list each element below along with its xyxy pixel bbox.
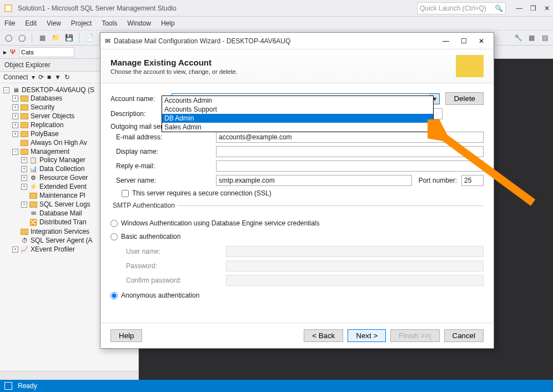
tree-item-dbmail[interactable]: Database Mail <box>39 209 82 217</box>
tree-item[interactable]: Policy Manager <box>39 156 86 164</box>
expand-icon[interactable]: + <box>21 166 27 172</box>
tree-item[interactable]: Replication <box>31 121 63 129</box>
tree-item[interactable]: SQL Server Logs <box>39 200 91 208</box>
tool-icon-2[interactable]: ▦ <box>526 33 536 43</box>
dialog-heading: Manage Existing Account <box>110 58 238 67</box>
maximize-button[interactable]: ❐ <box>530 4 536 12</box>
expand-icon[interactable]: + <box>12 113 18 119</box>
finish-button: Finish >>| <box>390 329 439 342</box>
expand-icon[interactable]: + <box>12 131 18 137</box>
dropdown-option[interactable]: Accounts Support <box>162 105 433 114</box>
reply-email-input[interactable] <box>216 160 484 172</box>
folder-icon <box>29 193 37 199</box>
dialog-maximize-button[interactable]: ☐ <box>456 35 471 47</box>
tree-item[interactable]: XEvent Profiler <box>31 245 75 253</box>
ssl-checkbox[interactable] <box>122 190 129 197</box>
dialog-close-button[interactable]: ✕ <box>474 35 489 47</box>
menu-window[interactable]: Window <box>127 19 151 27</box>
expand-icon[interactable]: + <box>12 96 18 102</box>
port-input[interactable]: 25 <box>461 175 484 186</box>
tool-icon-1[interactable]: 🔧 <box>513 33 523 43</box>
tree-item[interactable]: Data Collection <box>39 165 84 173</box>
menu-view[interactable]: View <box>47 19 61 27</box>
tree-item[interactable]: Always On High Av <box>31 139 87 147</box>
confirm-password-input <box>226 275 484 286</box>
window-title: Solution1 - Microsoft SQL Server Managem… <box>18 4 417 12</box>
expand-icon[interactable]: + <box>21 202 27 208</box>
next-button[interactable]: Next > <box>348 329 386 342</box>
password-label: Password: <box>126 262 193 270</box>
email-input[interactable]: accounts@example.com <box>216 132 484 143</box>
dropdown-option-selected[interactable]: DB Admin <box>162 114 433 123</box>
reply-label: Reply e-mail: <box>116 162 172 170</box>
expand-icon[interactable]: + <box>21 184 27 190</box>
display-name-input[interactable] <box>216 146 484 157</box>
connect-button[interactable]: Connect <box>3 73 28 81</box>
tree-item[interactable]: Resource Gover <box>39 174 88 182</box>
smtp-auth-fieldset: SMTP Authentication Windows Authenticati… <box>110 202 484 305</box>
nav-back-icon[interactable]: ◯ <box>3 33 13 43</box>
help-button[interactable]: Help <box>110 329 142 342</box>
minimize-button[interactable]: — <box>516 4 522 12</box>
smtp-auth-legend: SMTP Authentication <box>110 202 177 209</box>
agent-icon: ⏱ <box>21 237 28 244</box>
tree-item[interactable]: Databases <box>31 94 62 102</box>
close-button[interactable]: ✕ <box>544 4 550 12</box>
basic-auth-label: Basic authentication <box>121 233 180 240</box>
filter-icon[interactable]: ▸ <box>3 48 7 56</box>
expand-icon[interactable]: + <box>21 157 27 163</box>
expand-icon[interactable]: − <box>3 87 9 93</box>
delete-button[interactable]: Delete <box>445 92 484 105</box>
menu-project[interactable]: Project <box>71 19 92 27</box>
tree-item[interactable]: SQL Server Agent (A <box>31 237 93 244</box>
back-button[interactable]: < Back <box>304 329 343 342</box>
tree-item[interactable]: Server Objects <box>31 112 74 120</box>
save-icon[interactable]: 💾 <box>64 33 74 43</box>
new-query-icon[interactable]: ▦ <box>37 33 47 43</box>
dialog-subheading: Choose the account to view, change, or d… <box>110 68 238 75</box>
filter-tree-icon[interactable]: ▼ <box>54 73 61 81</box>
tree-item[interactable]: PolyBase <box>31 130 59 138</box>
dropdown-option[interactable]: Accounts Admin <box>162 96 433 105</box>
menu-file[interactable]: File <box>4 19 15 27</box>
tree-item-management[interactable]: Management <box>31 148 69 155</box>
tree-item[interactable]: Distributed Tran <box>39 218 87 226</box>
anonymous-auth-radio[interactable] <box>110 292 118 299</box>
filter-input[interactable] <box>19 47 74 57</box>
tool-icon-3[interactable]: ▤ <box>540 33 550 43</box>
mail-icon: ✉ <box>29 209 37 217</box>
windows-auth-radio[interactable] <box>110 220 118 227</box>
expand-icon[interactable]: + <box>21 175 27 181</box>
tree-item[interactable]: Security <box>31 103 54 111</box>
menu-edit[interactable]: Edit <box>25 19 37 27</box>
cancel-button[interactable]: Cancel <box>444 329 484 342</box>
anonymous-auth-label: Anonymous authentication <box>121 292 199 299</box>
tree-item[interactable]: Extended Event <box>39 183 87 190</box>
password-input <box>226 260 484 272</box>
horizontal-scrollbar[interactable] <box>0 371 138 380</box>
basic-auth-radio[interactable] <box>110 233 118 240</box>
expand-icon[interactable]: + <box>12 104 18 110</box>
nav-fwd-icon[interactable]: ◯ <box>17 33 27 43</box>
new-item-icon[interactable]: 📄 <box>84 33 94 43</box>
server-name-input[interactable]: smtp.example.com <box>216 175 412 186</box>
collapse-icon[interactable]: − <box>12 149 18 155</box>
dialog-minimize-button[interactable]: — <box>438 35 454 47</box>
menu-tools[interactable]: Tools <box>102 19 117 27</box>
server-icon: 🖥 <box>12 86 19 94</box>
refresh-icon[interactable]: ↻ <box>64 73 70 81</box>
dropdown-option[interactable]: Sales Admin <box>162 123 433 132</box>
filter2-icon[interactable]: Ψ <box>10 48 16 56</box>
quick-launch-input[interactable]: Quick Launch (Ctrl+Q) 🔍 <box>417 2 506 14</box>
username-label: User name: <box>126 248 193 255</box>
stop-icon[interactable]: ■ <box>47 73 51 81</box>
expand-icon[interactable]: + <box>12 122 18 128</box>
menu-help[interactable]: Help <box>161 19 175 27</box>
open-icon[interactable]: 📁 <box>51 33 61 43</box>
tree-item[interactable]: Integration Services <box>31 228 89 235</box>
account-name-dropdown-list[interactable]: Accounts Admin Accounts Support DB Admin… <box>162 96 434 132</box>
disconnect-icon[interactable]: ⟳ <box>38 73 44 81</box>
tree-item[interactable]: Maintenance Pl <box>39 192 86 199</box>
expand-icon[interactable]: + <box>12 247 18 253</box>
tree-root[interactable]: DESKTOP-4AV6AUQ (S <box>22 86 94 94</box>
